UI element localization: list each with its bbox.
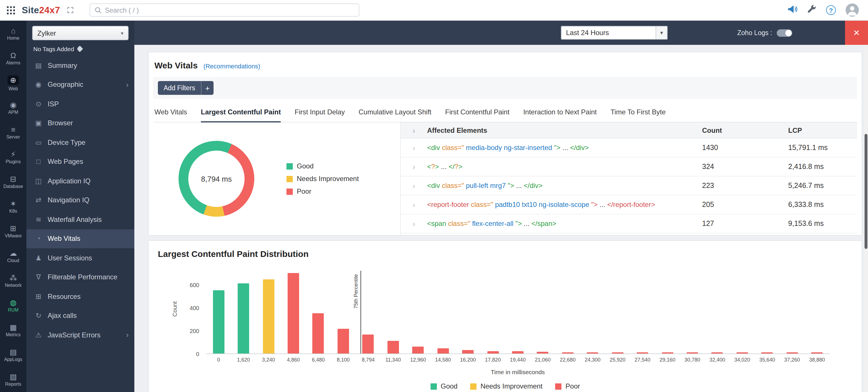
distribution-bar[interactable] [712, 352, 723, 354]
recommendations-link[interactable]: (Recommendations) [204, 63, 260, 69]
tab-first-input-delay[interactable]: First Input Delay [295, 108, 345, 122]
scrollbar-thumb[interactable] [865, 134, 867, 249]
tab-first-contentful-paint[interactable]: First Contentful Paint [445, 108, 509, 122]
table-row[interactable]: ›<div class=" pull-left mrg7 "> ... </di… [401, 176, 857, 195]
sidebar-item-user-sessions[interactable]: ♟User Sessions [26, 248, 134, 268]
sidebar-item-filterable-performance[interactable]: ∇Filterable Performance [26, 268, 134, 287]
web-vitals-card: Web Vitals (Recommendations) Add Filters… [148, 52, 862, 236]
row-expand-chevron-icon[interactable]: › [401, 219, 427, 228]
y-tick-label: 600 [190, 282, 199, 288]
sidebar-item-waterfall-analysis[interactable]: ≋Waterfall Analysis [26, 210, 134, 229]
row-expand-chevron-icon[interactable]: › [401, 143, 427, 152]
donut-legend: GoodNeeds ImprovementPoor [286, 162, 359, 195]
distribution-bar[interactable] [462, 350, 474, 354]
rail-item-plugins[interactable]: ⚡Plugins [0, 145, 26, 170]
rail-item-server[interactable]: ≡Server [0, 121, 26, 145]
sidebar-item-summary[interactable]: ▤Summary [26, 56, 134, 75]
help-icon[interactable]: ? [826, 5, 836, 15]
table-row[interactable]: ›<span class=" flex-center-all "> ... </… [401, 215, 857, 233]
distribution-bar[interactable] [262, 279, 274, 354]
distribution-bar[interactable] [487, 351, 499, 354]
rail-item-rum[interactable]: ◍RUM [0, 293, 26, 318]
topbar: Site 24x7 [0, 0, 868, 21]
rail-item-apm[interactable]: ◉APM [0, 96, 26, 121]
tab-largest-contentful-paint[interactable]: Largest Contentful Paint [201, 108, 281, 122]
rail-item-alarms[interactable]: ΩAlarms [0, 47, 26, 71]
distribution-bar[interactable] [238, 283, 249, 354]
code-segment: ... [600, 201, 608, 208]
rail-item-database[interactable]: ⊟Database [0, 170, 26, 195]
user-avatar[interactable] [846, 3, 859, 17]
distribution-bar[interactable] [288, 273, 299, 354]
code-segment: "> [591, 201, 600, 208]
tab-interaction-to-next-paint[interactable]: Interaction to Next Paint [523, 108, 597, 122]
distribution-bar[interactable] [786, 352, 798, 354]
count-cell: 127 [702, 220, 788, 228]
row-expand-chevron-icon[interactable]: › [401, 162, 427, 171]
bar-slot [331, 329, 355, 354]
sidebar-item-navigation-iq[interactable]: ⇄Navigation IQ [26, 191, 134, 210]
tab-time-to-first-byte[interactable]: Time To First Byte [611, 108, 665, 122]
close-button[interactable]: ✕ [845, 21, 868, 45]
row-expand-chevron-icon[interactable]: › [401, 200, 427, 209]
bar-slot [605, 352, 630, 354]
rail-item-cloud[interactable]: ☁Cloud [0, 244, 26, 269]
sidebar-item-web-vitals[interactable]: ◔Web Vitals [26, 229, 134, 248]
code-segment: "> [515, 220, 524, 228]
rail-item-k8s[interactable]: ✶K8s [0, 195, 26, 219]
tab-web-vitals[interactable]: Web Vitals [154, 108, 187, 122]
distribution-bar[interactable] [537, 352, 549, 354]
distribution-bar[interactable] [637, 352, 648, 354]
zoho-logs-toggle[interactable] [777, 29, 792, 36]
sidebar-item-web-pages[interactable]: □Web Pages [26, 152, 134, 171]
distribution-bar[interactable] [363, 335, 374, 354]
distribution-bar[interactable] [612, 352, 623, 354]
rail-item-applogs[interactable]: ▤AppLogs [0, 342, 26, 367]
time-range-select[interactable]: Last 24 Hours ▼ [561, 26, 668, 40]
distribution-bar[interactable] [388, 341, 399, 354]
rail-item-reports[interactable]: ▧Reports [0, 367, 26, 392]
rail-item-vmware[interactable]: ⊞VMware [0, 219, 26, 244]
expand-icon[interactable] [67, 7, 73, 13]
distribution-bar[interactable] [437, 348, 448, 354]
tab-cumulative-layout-shift[interactable]: Cumulative Layout Shift [359, 108, 431, 122]
distribution-bar[interactable] [313, 313, 324, 354]
rail-item-metrics[interactable]: ▦Metrics [0, 318, 26, 343]
sidebar-item-javascript-errors[interactable]: ⚠JavaScript Errors› [26, 325, 134, 344]
table-row[interactable]: ›<div class=" media-body ng-star-inserte… [401, 139, 857, 158]
tools-wrench-icon[interactable] [807, 4, 816, 16]
sidebar-item-resources[interactable]: ⊞Resources [26, 287, 134, 306]
rail-item-home[interactable]: ⌂Home [0, 22, 26, 47]
distribution-bar[interactable] [662, 352, 673, 354]
distribution-bar[interactable] [562, 352, 574, 354]
distribution-bar[interactable] [512, 352, 524, 354]
distribution-bar[interactable] [412, 346, 424, 354]
count-cell: 223 [702, 181, 788, 190]
distribution-bar[interactable] [587, 352, 598, 354]
rail-item-network[interactable]: ⁂Network [0, 269, 26, 293]
announcements-icon[interactable] [787, 4, 797, 16]
row-expand-chevron-icon[interactable]: › [401, 181, 427, 190]
sidebar-item-application-iq[interactable]: ◫Application IQ [26, 171, 134, 191]
sidebar-item-device-type[interactable]: ▭Device Type [26, 133, 134, 152]
rail-item-web[interactable]: ⊕Web [0, 71, 26, 96]
app-launcher-grid-icon[interactable] [7, 6, 15, 14]
sidebar-item-isp[interactable]: ⊙ISP [26, 94, 134, 114]
table-row[interactable]: ›<?> ... </?>3242,416.8 ms [401, 158, 857, 176]
table-row[interactable]: ›<report-footer class=" padtb10 txt10 ng… [401, 195, 857, 215]
distribution-bar[interactable] [737, 352, 748, 354]
search-input[interactable] [105, 6, 354, 14]
sidebar-item-geographic[interactable]: ◉Geographic› [26, 75, 134, 94]
vertical-scrollbar[interactable] [864, 45, 868, 392]
distribution-bar[interactable] [811, 352, 823, 354]
distribution-bar[interactable] [762, 352, 773, 354]
distribution-bar[interactable] [338, 329, 349, 354]
sidebar-menu: ▤Summary◉Geographic›⊙ISP▣Browser▭Device … [26, 56, 134, 392]
code-segment: </span> [531, 220, 556, 228]
sidebar-item-ajax-calls[interactable]: ↻Ajax calls [26, 306, 134, 325]
add-filters-button[interactable]: Add Filters + [158, 81, 214, 95]
sidebar-item-browser[interactable]: ▣Browser [26, 114, 134, 133]
distribution-bar[interactable] [687, 352, 698, 354]
monitor-select[interactable]: Zylker ▾ [32, 26, 129, 40]
distribution-bar[interactable] [213, 290, 224, 354]
